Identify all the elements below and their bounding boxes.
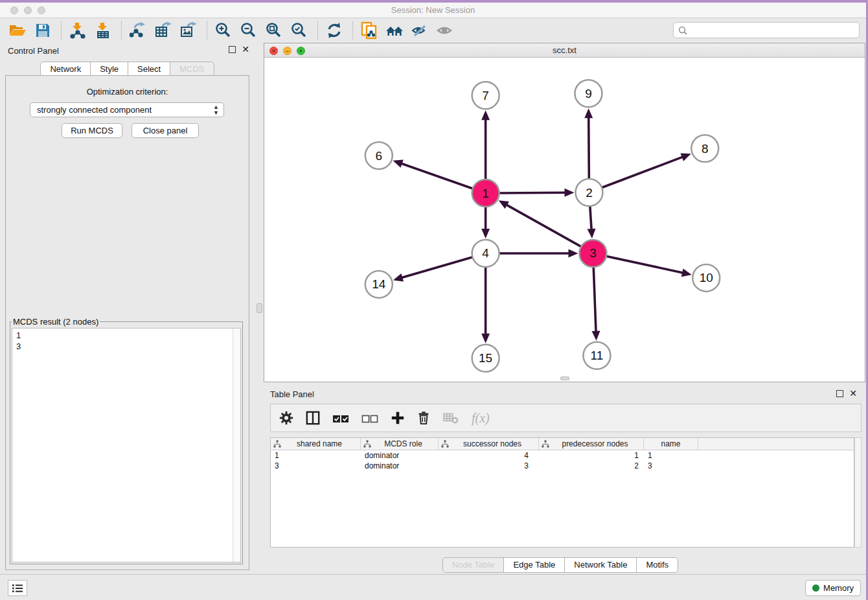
open-folder-icon[interactable]: [8, 21, 27, 40]
mcds-result-area[interactable]: 1 3: [12, 328, 241, 562]
cell-mcds-role[interactable]: dominator: [361, 461, 439, 471]
hide-selected-eye-icon[interactable]: [410, 21, 429, 40]
search-field[interactable]: [673, 22, 860, 38]
result-scrollbar[interactable]: [233, 329, 240, 562]
mcds-result-group: MCDS result (2 nodes) 1 3: [10, 317, 243, 564]
close-panel-button[interactable]: Close panel: [131, 123, 199, 138]
graph-edge-arrowhead: [584, 108, 593, 118]
svg-text:2: 2: [586, 186, 593, 200]
graph-node-3[interactable]: 3: [579, 240, 606, 267]
table-scrollbar[interactable]: [854, 437, 862, 548]
cell-shared-name[interactable]: 3: [271, 461, 361, 471]
memory-button[interactable]: Memory: [805, 580, 861, 596]
mcds-result-line: 3: [16, 341, 229, 352]
graph-edge-4-14[interactable]: [401, 257, 474, 278]
cell-successor-nodes[interactable]: 3: [439, 461, 539, 471]
graph-node-7[interactable]: 7: [472, 82, 499, 109]
horizontal-splitter-grip[interactable]: [560, 376, 569, 380]
optimization-criterion-select[interactable]: strongly connected component ▲▼: [30, 102, 224, 117]
graph-node-6[interactable]: 6: [365, 142, 393, 169]
column-header-shared-name[interactable]: shared name: [271, 438, 361, 450]
graph-node-10[interactable]: 10: [692, 264, 720, 292]
export-table-icon[interactable]: [154, 21, 173, 40]
graph-edge-1-6[interactable]: [401, 163, 474, 189]
tab-edge-table[interactable]: Edge Table: [503, 557, 565, 573]
cell-name[interactable]: 1: [644, 450, 698, 461]
run-mcds-button[interactable]: Run MCDS: [62, 123, 122, 138]
graph-node-14[interactable]: 14: [365, 271, 393, 298]
close-panel-icon[interactable]: ✕: [242, 45, 249, 54]
graph-node-4[interactable]: 4: [472, 240, 499, 267]
delete-column-icon[interactable]: [417, 411, 430, 425]
search-input[interactable]: [691, 25, 859, 35]
graph-edge-3-11[interactable]: [593, 266, 596, 332]
graph-edge-3-10[interactable]: [605, 256, 683, 273]
gear-icon[interactable]: [279, 411, 293, 425]
column-header-successor-nodes[interactable]: successor nodes: [439, 438, 539, 450]
toolbar-separator: [352, 21, 353, 40]
graph-edge-arrowhead: [393, 160, 403, 168]
float-table-panel-icon[interactable]: [836, 390, 843, 397]
tab-network-table[interactable]: Network Table: [564, 557, 637, 573]
column-header-name[interactable]: name: [644, 438, 698, 450]
graph-node-11[interactable]: 11: [583, 342, 610, 369]
delete-table-icon[interactable]: [442, 411, 459, 424]
zoom-out-icon[interactable]: [239, 21, 258, 40]
network-graph[interactable]: 7968124314101511: [264, 58, 865, 382]
svg-text:9: 9: [585, 87, 592, 100]
graph-edge-2-3[interactable]: [590, 205, 591, 230]
graph-node-15[interactable]: 15: [472, 345, 499, 372]
toolbar-separator: [121, 21, 122, 40]
export-network-icon[interactable]: [128, 21, 148, 40]
graph-edge-2-9[interactable]: [589, 117, 589, 180]
add-column-icon[interactable]: [391, 411, 405, 425]
close-table-panel-icon[interactable]: ✕: [849, 389, 857, 398]
graph-node-9[interactable]: 9: [575, 80, 602, 107]
show-all-eye-icon[interactable]: [435, 21, 455, 40]
graph-edge-1-2[interactable]: [498, 192, 566, 193]
graph-node-1[interactable]: 1: [472, 179, 499, 207]
mcds-result-line: 1: [16, 330, 229, 341]
export-image-icon[interactable]: [179, 21, 198, 40]
zoom-in-icon[interactable]: [214, 21, 233, 40]
tab-motifs[interactable]: Motifs: [636, 557, 678, 573]
zoom-fit-icon[interactable]: [264, 21, 284, 40]
graph-edge-arrowhead: [564, 189, 574, 197]
select-all-icon[interactable]: [332, 412, 349, 424]
task-history-button[interactable]: [8, 580, 27, 596]
cell-predecessor-nodes[interactable]: 1: [539, 450, 644, 461]
table-row[interactable]: 3 dominator 3 2 3: [271, 461, 854, 471]
columns-icon[interactable]: [306, 411, 320, 425]
tab-node-table[interactable]: Node Table: [442, 557, 505, 573]
graph-edge-3-1[interactable]: [506, 205, 582, 248]
network-window-titlebar[interactable]: ✕ – + scc.txt: [264, 43, 865, 58]
svg-text:15: 15: [479, 351, 492, 365]
copy-network-icon[interactable]: [360, 21, 379, 40]
network-canvas[interactable]: 7968124314101511: [264, 58, 865, 382]
zoom-selected-icon[interactable]: [290, 21, 309, 40]
toolbar-separator: [317, 21, 318, 40]
cell-predecessor-nodes[interactable]: 2: [539, 461, 644, 471]
cell-shared-name[interactable]: 1: [271, 450, 361, 461]
vertical-splitter-grip[interactable]: [257, 303, 262, 313]
table-panel: Table Panel ✕ f(x) shared name: [255, 386, 866, 574]
cell-name[interactable]: 3: [644, 461, 698, 471]
graph-edge-2-8[interactable]: [600, 157, 683, 188]
mcds-panel: Optimization criterion: strongly connect…: [5, 75, 249, 570]
import-table-icon[interactable]: [93, 21, 113, 40]
function-builder-icon[interactable]: f(x): [472, 411, 490, 426]
column-header-predecessor-nodes[interactable]: predecessor nodes: [539, 438, 644, 450]
refresh-icon[interactable]: [325, 21, 344, 40]
first-neighbors-icon[interactable]: [385, 21, 404, 40]
cell-mcds-role[interactable]: dominator: [361, 450, 439, 461]
import-network-icon[interactable]: [68, 21, 87, 40]
optimization-criterion-value: strongly connected component: [37, 105, 152, 115]
graph-node-2[interactable]: 2: [575, 179, 602, 206]
float-panel-icon[interactable]: [229, 46, 236, 53]
save-icon[interactable]: [33, 21, 52, 40]
table-row[interactable]: 1 dominator 4 1 1: [271, 450, 854, 461]
column-header-mcds-role[interactable]: MCDS role: [361, 438, 439, 450]
graph-node-8[interactable]: 8: [691, 135, 718, 162]
unselect-all-icon[interactable]: [361, 412, 378, 424]
cell-successor-nodes[interactable]: 4: [439, 450, 539, 461]
